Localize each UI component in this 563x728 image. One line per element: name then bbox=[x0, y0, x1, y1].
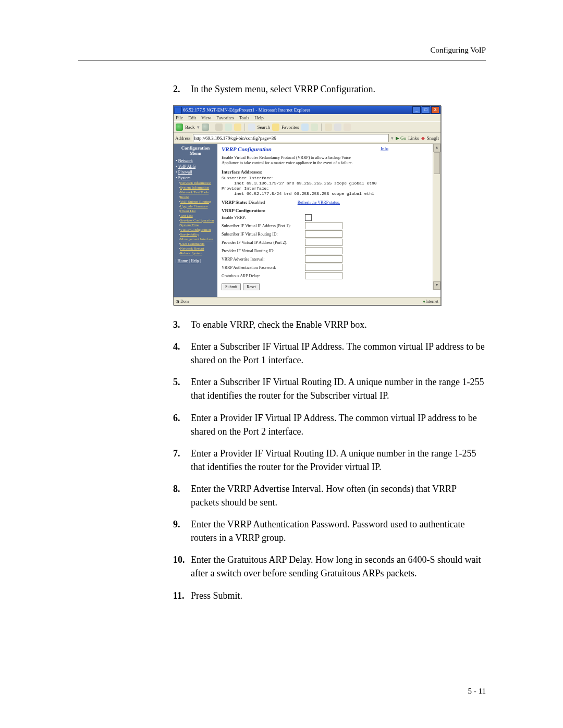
search-label[interactable]: Search bbox=[258, 125, 271, 130]
step-number: 10. bbox=[173, 553, 191, 580]
sidebar-subitem-3[interactable]: Route bbox=[180, 195, 189, 199]
media-icon[interactable] bbox=[301, 124, 309, 131]
step-text: Press Submit. bbox=[191, 589, 486, 602]
go-button[interactable]: ▶ Go bbox=[396, 135, 406, 141]
info-link[interactable]: Info bbox=[381, 146, 388, 151]
sidebar-subitem-10[interactable]: VRRP Configuration bbox=[180, 228, 211, 232]
sidebar: Configuration Menu Network VoIP ALG Fire… bbox=[174, 144, 217, 297]
sidebar-help-link[interactable]: Help bbox=[191, 258, 199, 263]
menu-edit[interactable]: Edit bbox=[188, 115, 196, 120]
favorites-label[interactable]: Favorites bbox=[282, 125, 299, 130]
edit-icon[interactable] bbox=[344, 124, 351, 131]
sidebar-subitem-5[interactable]: Upgrade Firmware bbox=[180, 204, 207, 208]
sub-id-label: Subscriber IF Virtual Routing ID: bbox=[222, 232, 305, 237]
menu-view[interactable]: View bbox=[201, 115, 211, 120]
sidebar-subitem-6[interactable]: Client List bbox=[180, 209, 195, 213]
menu-tools[interactable]: Tools bbox=[239, 115, 249, 120]
sidebar-subitem-4[interactable]: VoIP Subnet Routing bbox=[180, 200, 211, 204]
links-label[interactable]: Links bbox=[408, 135, 419, 141]
sub-ip-input[interactable] bbox=[305, 222, 342, 229]
adv-label: VRRP Advertise Interval: bbox=[222, 257, 305, 262]
prov-ip-input[interactable] bbox=[305, 239, 342, 246]
prov-id-input[interactable] bbox=[305, 247, 342, 254]
reset-button[interactable]: Reset bbox=[243, 283, 260, 290]
adv-input[interactable] bbox=[305, 255, 342, 263]
step-text: Enter a Subscriber IF Virtual IP Address… bbox=[191, 340, 486, 367]
embedded-screenshot: 66.52.177.5 NGT-EMN-EdgeProtect1 - Micro… bbox=[173, 105, 441, 305]
sidebar-subitem-7[interactable]: Test List bbox=[180, 214, 192, 218]
step-text: Enter the Gratuitous ARP Delay. How long… bbox=[191, 553, 486, 580]
status-internet: Internet bbox=[423, 299, 438, 304]
refresh-icon[interactable] bbox=[225, 124, 232, 131]
header-rule bbox=[78, 60, 486, 61]
close-button[interactable]: X bbox=[431, 106, 439, 114]
auth-input[interactable] bbox=[305, 264, 342, 271]
sidebar-item-network[interactable]: Network bbox=[178, 158, 193, 163]
step-10: 10.Enter the Gratuitous ARP Delay. How l… bbox=[173, 553, 486, 580]
sidebar-subitem-11[interactable]: Survivability bbox=[180, 232, 199, 237]
forward-icon[interactable] bbox=[202, 124, 209, 131]
interface-addresses-block: Subscriber Interface: inet 69.3.186.175/… bbox=[222, 176, 436, 196]
window-titlebar: 66.52.177.5 NGT-EMN-EdgeProtect1 - Micro… bbox=[174, 106, 440, 114]
sub-id-input[interactable] bbox=[305, 230, 342, 238]
stop-icon[interactable] bbox=[215, 124, 223, 131]
scroll-down-icon[interactable]: ▾ bbox=[433, 281, 440, 290]
vrrp-config-header: VRRP Configuration: bbox=[222, 208, 436, 213]
sidebar-home-link[interactable]: Home bbox=[178, 258, 188, 263]
search-icon[interactable] bbox=[248, 124, 255, 131]
minimize-button[interactable]: _ bbox=[412, 106, 421, 114]
window-title: 66.52.177.5 NGT-EMN-EdgeProtect1 - Micro… bbox=[183, 107, 310, 113]
print-icon[interactable] bbox=[334, 124, 341, 131]
step-text: Enter the VRRP Authentication Password. … bbox=[191, 517, 486, 545]
menu-file[interactable]: File bbox=[176, 115, 183, 120]
auth-label: VRRP Authentication Password: bbox=[222, 265, 305, 270]
mail-icon[interactable] bbox=[325, 124, 332, 131]
menu-favorites[interactable]: Favorites bbox=[216, 115, 234, 120]
step-5: 5.Enter a Subscriber IF Virtual Routing … bbox=[173, 375, 486, 402]
sidebar-item-system[interactable]: System bbox=[178, 176, 191, 180]
step-number: 2. bbox=[173, 82, 191, 96]
snagit-label[interactable]: SnagIt bbox=[427, 135, 439, 141]
scrollbar[interactable]: ▴ ▾ bbox=[433, 144, 440, 290]
submit-button[interactable]: Submit bbox=[222, 283, 241, 290]
enable-vrrp-checkbox[interactable] bbox=[305, 214, 312, 221]
ie-menubar[interactable]: File Edit View Favorites Tools Help bbox=[174, 114, 440, 121]
favorites-icon[interactable] bbox=[272, 124, 279, 131]
step-6: 6.Enter a Provider IF Virtual IP Address… bbox=[173, 411, 486, 438]
sidebar-subitem-13[interactable]: User Commands bbox=[180, 242, 204, 246]
scroll-up-icon[interactable]: ▴ bbox=[433, 144, 440, 152]
menu-help[interactable]: Help bbox=[254, 115, 264, 120]
address-label: Address bbox=[175, 135, 191, 141]
sidebar-subitem-8[interactable]: Services Configuration bbox=[180, 218, 214, 223]
step-3: 3.To enable VRRP, check the Enable VRRP … bbox=[173, 318, 486, 331]
step-7: 7.Enter a Provider IF Virtual Routing ID… bbox=[173, 447, 486, 474]
sidebar-item-firewall[interactable]: Firewall bbox=[178, 170, 192, 175]
sidebar-subitem-0[interactable]: Network Information bbox=[180, 181, 211, 185]
sidebar-subitem-14[interactable]: Network Restart bbox=[180, 246, 204, 251]
step-number: 9. bbox=[173, 517, 191, 545]
sidebar-item-voip-alg[interactable]: VoIP ALG bbox=[178, 164, 196, 169]
ie-toolbar: Back ▾ Search Favorites bbox=[174, 121, 440, 133]
back-icon[interactable] bbox=[176, 124, 183, 131]
step-number: 4. bbox=[173, 340, 191, 367]
step-4: 4.Enter a Subscriber IF Virtual IP Addre… bbox=[173, 340, 486, 367]
history-icon[interactable] bbox=[311, 124, 318, 131]
scroll-thumb[interactable] bbox=[434, 152, 440, 174]
sidebar-subitem-12[interactable]: Management Interface bbox=[180, 237, 213, 241]
sidebar-subitem-9[interactable]: System Time bbox=[180, 223, 199, 227]
sidebar-subitem-2[interactable]: Network Test Tools bbox=[180, 190, 209, 194]
step-number: 8. bbox=[173, 482, 191, 509]
sub-ip-label: Subscriber IF Virtual IP Address (Port 1… bbox=[222, 224, 305, 228]
sidebar-header: Configuration Menu bbox=[176, 146, 215, 156]
step-11: 11.Press Submit. bbox=[173, 589, 486, 602]
sidebar-subitem-1[interactable]: System Information bbox=[180, 186, 209, 190]
address-url[interactable]: http://69.3.186.178/cgi-bin/config?page=… bbox=[193, 134, 389, 142]
back-label[interactable]: Back bbox=[185, 125, 195, 130]
running-header: Configuring VoIP bbox=[430, 46, 486, 55]
sidebar-subitem-15[interactable]: Reboot System bbox=[180, 251, 202, 255]
refresh-vrrp-link[interactable]: Refresh the VRRP status. bbox=[298, 200, 340, 205]
maximize-button[interactable]: □ bbox=[422, 106, 430, 114]
home-icon[interactable] bbox=[234, 124, 241, 131]
status-done: ◑ Done bbox=[176, 299, 189, 304]
garp-input[interactable] bbox=[305, 272, 342, 279]
